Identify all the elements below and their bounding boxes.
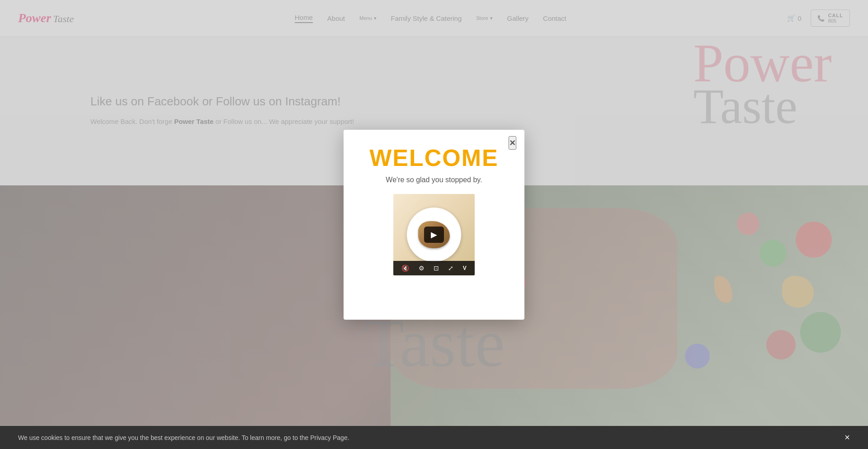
modal-overlay[interactable]: × WELCOME We're so glad you stopped by. … [0, 0, 868, 449]
cookie-close-button[interactable]: × [844, 432, 850, 443]
modal-title: WELCOME [358, 144, 510, 171]
modal: × WELCOME We're so glad you stopped by. … [344, 130, 524, 320]
video-container: ▶ 🔇 ⚙ ⊡ ⤢ V [393, 194, 475, 275]
video-thumbnail[interactable]: ▶ 🔇 ⚙ ⊡ ⤢ V [393, 194, 475, 275]
fullscreen-icon[interactable]: ⊡ [434, 265, 439, 272]
video-controls-bar: 🔇 ⚙ ⊡ ⤢ V [393, 261, 475, 275]
cookie-banner: We use cookies to ensure that we give yo… [0, 426, 868, 449]
modal-subtitle: We're so glad you stopped by. [358, 176, 510, 184]
expand-icon[interactable]: ⤢ [448, 265, 453, 272]
mute-icon[interactable]: 🔇 [401, 265, 409, 272]
settings-icon[interactable]: ⚙ [419, 265, 425, 272]
vimeo-icon[interactable]: V [463, 265, 467, 271]
cookie-text: We use cookies to ensure that we give yo… [18, 434, 349, 441]
modal-close-button[interactable]: × [509, 136, 516, 150]
play-button[interactable]: ▶ [424, 227, 444, 243]
